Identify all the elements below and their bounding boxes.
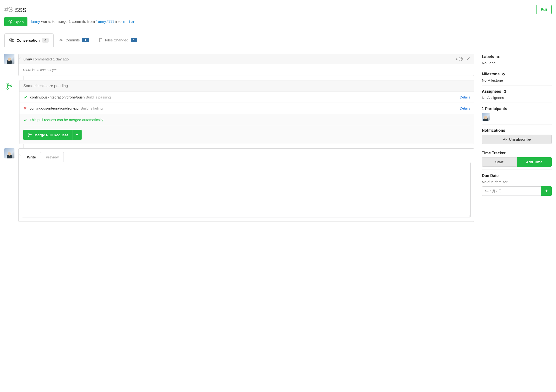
time-tracker-title: Time Tracker bbox=[482, 151, 505, 155]
gear-icon bbox=[503, 90, 507, 94]
svg-point-13 bbox=[461, 59, 462, 59]
merge-ok-message: This pull request can be merged automati… bbox=[23, 118, 470, 122]
svg-point-14 bbox=[7, 83, 8, 85]
labels-title: Labels bbox=[482, 55, 494, 59]
gear-icon bbox=[502, 72, 505, 76]
due-date-input[interactable] bbox=[482, 186, 541, 196]
unsubscribe-label: Unsubscribe bbox=[509, 137, 531, 141]
git-commit-icon bbox=[59, 38, 63, 42]
plus-label: + bbox=[456, 57, 457, 61]
check-icon bbox=[23, 95, 27, 99]
conversation-count: 0 bbox=[42, 38, 49, 43]
milestone-title: Milestone bbox=[482, 72, 500, 76]
merge-text: wants to merge 1 commits from bbox=[41, 20, 95, 24]
tab-files[interactable]: Files Changed 1 bbox=[94, 33, 142, 47]
tab-conversation-label: Conversation bbox=[17, 38, 40, 42]
milestone-value: No Milestone bbox=[482, 78, 552, 82]
smile-icon bbox=[458, 57, 463, 61]
check-name: continuous-integration/drone/pr Build is… bbox=[30, 106, 103, 110]
checks-heading: Some checks are pending bbox=[20, 80, 474, 92]
tab-commits-label: Commits bbox=[65, 38, 80, 42]
git-merge-icon bbox=[28, 133, 32, 137]
tab-preview[interactable]: Preview bbox=[41, 152, 63, 162]
tab-write[interactable]: Write bbox=[22, 152, 41, 162]
comment-bubble: lunny commented 1 day ago + There is no … bbox=[18, 54, 474, 76]
notifications-header: Notifications bbox=[482, 128, 552, 133]
gear-icon bbox=[496, 55, 500, 59]
comment-icon bbox=[9, 38, 14, 43]
check-name: continuous-integration/drone/push Build … bbox=[30, 95, 111, 99]
check-details-link[interactable]: Details bbox=[460, 106, 470, 110]
due-date-value: No due date set. bbox=[482, 180, 552, 184]
check-row: continuous-integration/drone/push Build … bbox=[20, 92, 474, 102]
edit-button[interactable]: Edit bbox=[536, 5, 552, 14]
comment-author[interactable]: lunny bbox=[22, 57, 32, 61]
tab-files-label: Files Changed bbox=[105, 38, 129, 42]
pencil-icon[interactable] bbox=[466, 57, 470, 61]
check-details-link[interactable]: Details bbox=[460, 95, 470, 99]
check-detail: Build is failing bbox=[81, 106, 103, 110]
tab-conversation[interactable]: Conversation 0 bbox=[4, 33, 54, 47]
due-date-header: Due Date bbox=[482, 174, 552, 178]
state-badge: Open bbox=[4, 17, 27, 26]
into-text: into bbox=[115, 20, 122, 24]
assignees-value: No Assignees bbox=[482, 96, 552, 100]
check-icon bbox=[23, 118, 27, 122]
time-tracker-header: Time Tracker bbox=[482, 151, 552, 155]
merge-ok-text: This pull request can be merged automati… bbox=[30, 118, 104, 122]
labels-header[interactable]: Labels bbox=[482, 55, 552, 59]
mute-icon bbox=[503, 138, 507, 141]
assignees-title: Assignees bbox=[482, 89, 501, 94]
svg-point-5 bbox=[60, 39, 62, 41]
svg-point-19 bbox=[28, 133, 29, 134]
git-merge-icon bbox=[6, 80, 13, 90]
unsubscribe-button[interactable]: Unsubscribe bbox=[482, 135, 552, 144]
add-reaction-button[interactable]: + bbox=[456, 57, 463, 61]
participants-header: 1 Participants bbox=[482, 107, 552, 111]
file-diff-icon bbox=[99, 38, 103, 42]
svg-rect-3 bbox=[10, 39, 13, 40]
issue-number: #3 bbox=[4, 5, 13, 14]
pr-tabs: Conversation 0 Commits 1 Files Changed 1 bbox=[4, 33, 552, 47]
labels-value: No Label bbox=[482, 61, 552, 65]
svg-point-12 bbox=[460, 59, 460, 59]
merge-options-caret[interactable] bbox=[72, 130, 82, 140]
source-branch[interactable]: lunny/111 bbox=[96, 20, 114, 24]
start-timer-button[interactable]: Start bbox=[482, 157, 517, 167]
participant-avatar[interactable] bbox=[482, 113, 490, 121]
new-comment-panel: Write Preview bbox=[18, 148, 474, 222]
svg-point-15 bbox=[7, 88, 8, 89]
comment-time: 1 day ago bbox=[53, 57, 69, 61]
tab-commits[interactable]: Commits 1 bbox=[54, 33, 94, 47]
assignees-header[interactable]: Assignees bbox=[482, 89, 552, 94]
svg-point-20 bbox=[28, 136, 29, 137]
commits-count: 1 bbox=[82, 38, 89, 42]
add-time-button[interactable]: Add Time bbox=[517, 157, 552, 167]
notifications-title: Notifications bbox=[482, 128, 505, 133]
svg-marker-23 bbox=[503, 138, 505, 141]
merge-btn-label: Merge Pull Request bbox=[34, 133, 68, 137]
check-row: continuous-integration/drone/pr Build is… bbox=[20, 102, 474, 114]
issue-title-text: sss bbox=[15, 5, 26, 14]
svg-point-11 bbox=[459, 57, 463, 61]
comment-action: commented bbox=[33, 57, 52, 61]
participants-title: 1 Participants bbox=[482, 107, 507, 111]
check-detail: Build is passing bbox=[86, 95, 111, 99]
svg-rect-4 bbox=[11, 39, 14, 41]
caret-down-icon bbox=[76, 134, 78, 136]
author-link[interactable]: lunny bbox=[31, 20, 40, 24]
merge-status-panel: Some checks are pending continuous-integ… bbox=[19, 80, 474, 144]
milestone-header[interactable]: Milestone bbox=[482, 72, 552, 76]
files-count: 1 bbox=[131, 38, 137, 42]
due-date-title: Due Date bbox=[482, 174, 498, 178]
target-branch[interactable]: master bbox=[123, 20, 135, 24]
svg-point-2 bbox=[10, 22, 11, 23]
comment-textarea[interactable] bbox=[22, 162, 471, 217]
avatar[interactable] bbox=[4, 54, 15, 64]
state-label: Open bbox=[15, 20, 23, 24]
merge-pr-button[interactable]: Merge Pull Request bbox=[23, 130, 82, 140]
add-due-date-button[interactable]: + bbox=[541, 186, 552, 196]
svg-point-21 bbox=[31, 134, 31, 135]
merge-description: lunny wants to merge 1 commits from lunn… bbox=[31, 20, 135, 24]
avatar[interactable] bbox=[4, 148, 15, 158]
